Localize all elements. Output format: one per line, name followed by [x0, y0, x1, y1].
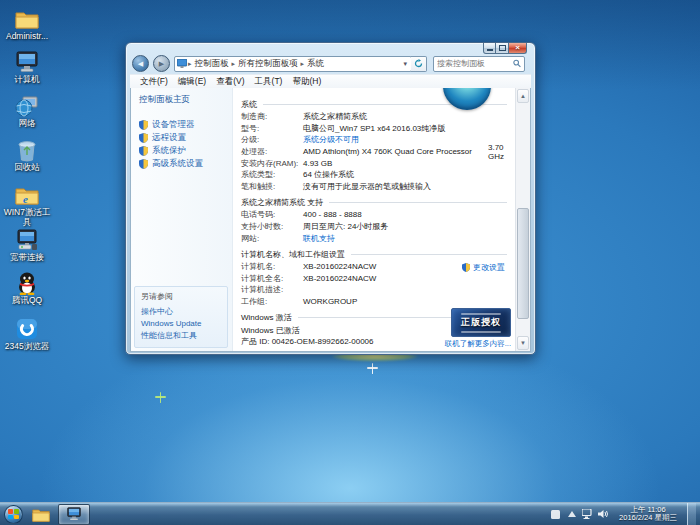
menu-help[interactable]: 帮助(H) — [292, 76, 321, 88]
section-header: 系统 — [241, 99, 257, 110]
section-computer-name: 计算机名称、域和工作组设置 计算机名:XB-20160224NACW 计算机全名… — [241, 248, 507, 307]
sidebar-item-system-protection[interactable]: 系统保护 — [139, 144, 232, 157]
desktop-icon-label: 宽带连接 — [2, 253, 52, 263]
desktop-icon-computer[interactable]: 计算机 — [2, 50, 52, 85]
network-tray-icon[interactable] — [582, 507, 593, 521]
refresh-button[interactable] — [411, 56, 427, 72]
address-dropdown-icon[interactable]: ▾ — [401, 60, 409, 68]
folder-ie-icon: e — [14, 183, 40, 207]
window-titlebar[interactable]: × — [126, 43, 535, 53]
address-bar[interactable]: ▸ 控制面板 ▸ 所有控制面板项 ▸ 系统 ▾ — [174, 56, 412, 72]
row-value: 电脑公司_Win7 SP1 x64 2016.03纯净版 — [303, 123, 445, 134]
sidebar-item-windows-update[interactable]: Windows Update — [141, 318, 221, 330]
uac-shield-icon — [139, 120, 148, 130]
section-system: 系统 制造商:系统之家精简系统 型号:电脑公司_Win7 SP1 x64 201… — [241, 98, 507, 192]
online-support-link[interactable]: 联机支持 — [303, 233, 335, 244]
row-label: 系统类型: — [241, 169, 303, 180]
scroll-up-button[interactable]: ▲ — [517, 89, 529, 103]
row-value: 64 位操作系统 — [303, 169, 354, 180]
desktop-icon-label: 2345浏览器 — [2, 342, 52, 352]
show-hidden-icons-icon[interactable] — [566, 507, 577, 521]
learn-more-online-link[interactable]: 联机了解更多内容... — [445, 339, 511, 349]
desktop-icon-network[interactable]: 网络 — [2, 94, 52, 129]
sidebar-item-device-manager[interactable]: 设备管理器 — [139, 118, 232, 131]
start-button[interactable] — [0, 503, 26, 525]
row-label: 计算机名: — [241, 261, 303, 272]
taskbar-system-task-button[interactable] — [58, 504, 90, 525]
desktop-icon-label: 回收站 — [2, 163, 52, 173]
row-label: 工作组: — [241, 296, 303, 307]
menu-edit[interactable]: 编辑(E) — [178, 76, 206, 88]
desktop-icon-label: 计算机 — [2, 75, 52, 85]
broadband-connection-icon — [14, 228, 40, 252]
taskbar-explorer-button[interactable] — [28, 504, 54, 525]
desktop-icon-qq[interactable]: 腾讯QQ — [2, 271, 52, 306]
maximize-button[interactable] — [496, 43, 509, 54]
section-header: Windows 激活 — [241, 312, 292, 323]
badge-decoration — [461, 313, 501, 315]
navigation-bar: ◀ ▶ ▸ 控制面板 ▸ 所有控制面板项 ▸ 系统 ▾ — [126, 53, 535, 74]
row-label: 分级: — [241, 134, 303, 145]
breadcrumb-control-panel[interactable]: 控制面板 — [193, 58, 231, 70]
scroll-down-button[interactable]: ▼ — [517, 336, 529, 350]
search-input[interactable] — [437, 59, 513, 68]
show-desktop-button[interactable] — [687, 503, 696, 525]
close-button[interactable]: × — [509, 43, 527, 54]
badge-decoration — [461, 331, 501, 333]
menu-tools[interactable]: 工具(T) — [255, 76, 283, 88]
search-box[interactable] — [433, 56, 525, 72]
menu-file[interactable]: 文件(F) — [140, 76, 168, 88]
sidebar-item-label: 设备管理器 — [152, 119, 195, 131]
sidebar-item-label: 高级系统设置 — [152, 158, 203, 170]
breadcrumb-system[interactable]: 系统 — [305, 58, 326, 70]
row-value: 4.93 GB — [303, 159, 332, 168]
desktop-icon-broadband[interactable]: 宽带连接 — [2, 228, 52, 263]
row-value: XB-20160224NACW — [303, 274, 376, 283]
row-label: 型号: — [241, 123, 303, 134]
back-button[interactable]: ◀ — [132, 55, 149, 72]
menu-view[interactable]: 查看(V) — [216, 76, 244, 88]
forward-button[interactable]: ▶ — [153, 55, 170, 72]
breadcrumb-all-items[interactable]: 所有控制面板项 — [236, 58, 300, 70]
section-header: 计算机名称、域和工作组设置 — [241, 249, 345, 260]
vertical-scrollbar[interactable]: ▲ ▼ — [515, 88, 530, 351]
desktop-icon-label: WIN7激活工具 — [2, 208, 52, 227]
row-value: XB-20160224NACW — [303, 262, 376, 271]
user-folder-icon — [14, 7, 40, 31]
sidebar-item-control-panel-home[interactable]: 控制面板主页 — [139, 94, 232, 106]
rating-unavailable-link[interactable]: 系统分级不可用 — [303, 134, 359, 145]
row-value: WORKGROUP — [303, 297, 357, 306]
sidebar-item-performance-tools[interactable]: 性能信息和工具 — [141, 330, 221, 342]
desktop: Administr... 计算机 网络 回收站 e WIN7激活工具 宽带连接 — [0, 0, 700, 525]
scrollbar-track[interactable] — [516, 104, 530, 335]
system-tray: 上午 11:06 2016/2/24 星期三 — [550, 503, 700, 525]
refresh-icon — [414, 59, 423, 68]
change-settings-link[interactable]: 更改设置 — [462, 262, 505, 273]
activation-status: Windows 已激活 — [241, 325, 300, 336]
sidebar-item-remote-settings[interactable]: 远程设置 — [139, 131, 232, 144]
svg-text:e: e — [23, 193, 28, 205]
input-indicator-icon[interactable] — [550, 507, 561, 521]
taskbar: 上午 11:06 2016/2/24 星期三 — [0, 502, 700, 525]
desktop-icon-recycle-bin[interactable]: 回收站 — [2, 138, 52, 173]
change-settings-label: 更改设置 — [473, 262, 505, 273]
minimize-button[interactable] — [483, 43, 496, 54]
uac-shield-icon — [139, 146, 148, 156]
desktop-icon-browser-app[interactable]: 2345浏览器 — [2, 317, 52, 352]
genuine-windows-badge[interactable]: 正版授权 — [451, 308, 511, 337]
window-body: 控制面板主页 设备管理器 远程设置 系统保护 高级系统设置 — [130, 88, 531, 352]
desktop-icon-win7-activator[interactable]: e WIN7激活工具 — [2, 183, 52, 227]
forward-icon: ▶ — [159, 60, 164, 68]
scrollbar-thumb[interactable] — [517, 208, 529, 319]
sidebar-item-label: 远程设置 — [152, 132, 186, 144]
sidebar-item-action-center[interactable]: 操作中心 — [141, 306, 221, 318]
windows-start-orb — [4, 505, 23, 524]
volume-tray-icon[interactable] — [598, 507, 609, 521]
sidebar-item-advanced-settings[interactable]: 高级系统设置 — [139, 157, 232, 170]
uac-shield-icon — [139, 159, 148, 169]
desktop-icon-administrator[interactable]: Administr... — [2, 7, 52, 42]
taskbar-clock[interactable]: 上午 11:06 2016/2/24 星期三 — [614, 506, 682, 523]
desktop-icon-label: 腾讯QQ — [2, 296, 52, 306]
processor-value: AMD Athlon(tm) X4 760K Quad Core Process… — [303, 147, 472, 156]
row-label: 计算机描述: — [241, 284, 303, 295]
